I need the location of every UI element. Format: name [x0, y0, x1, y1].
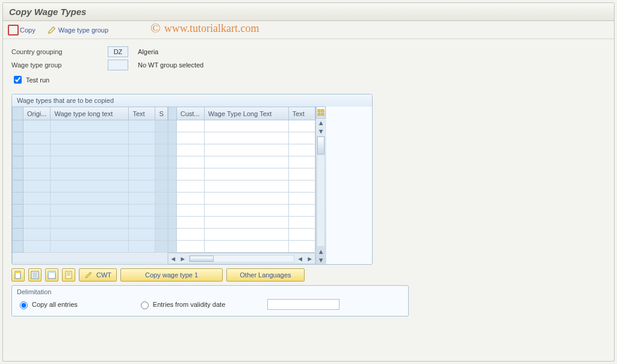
- wage-type-group-code[interactable]: [108, 60, 128, 70]
- row-selector[interactable]: [168, 180, 176, 193]
- table-row[interactable]: [13, 217, 168, 229]
- row-selector[interactable]: [168, 229, 176, 241]
- row-selector[interactable]: [13, 193, 23, 205]
- cell[interactable]: [288, 156, 315, 168]
- table-row[interactable]: [168, 193, 315, 205]
- cell[interactable]: [204, 229, 288, 241]
- cell[interactable]: [176, 120, 204, 132]
- cell[interactable]: [23, 205, 51, 217]
- table-row[interactable]: [168, 205, 315, 217]
- cell[interactable]: [204, 144, 288, 156]
- col-wage-long-text-2[interactable]: Wage Type Long Text: [204, 107, 288, 120]
- cell-s[interactable]: [155, 229, 167, 241]
- table-row[interactable]: [13, 144, 168, 156]
- cell[interactable]: [129, 205, 155, 217]
- table-row[interactable]: [168, 168, 315, 180]
- row-selector[interactable]: [13, 132, 23, 144]
- cell[interactable]: [129, 193, 155, 205]
- test-run-checkbox[interactable]: Test run: [11, 74, 606, 85]
- cell[interactable]: [176, 205, 204, 217]
- cell[interactable]: [204, 156, 288, 168]
- cell[interactable]: [204, 132, 288, 144]
- row-selector[interactable]: [168, 241, 176, 253]
- cell[interactable]: [23, 168, 51, 180]
- copy-all-entries-radio[interactable]: Copy all entries: [17, 300, 78, 309]
- grid-right[interactable]: Cust... Wage Type Long Text Text ◄ ►: [168, 106, 315, 264]
- cell-s[interactable]: [155, 132, 167, 144]
- test-run-input[interactable]: [14, 76, 22, 84]
- copy-all-entries-input[interactable]: [20, 301, 28, 309]
- country-grouping-code[interactable]: DZ: [108, 46, 128, 57]
- cell[interactable]: [129, 168, 155, 180]
- entries-from-date-radio[interactable]: Entries from validity date: [138, 300, 225, 309]
- cell[interactable]: [176, 144, 204, 156]
- cell[interactable]: [51, 180, 129, 193]
- icon-btn-1[interactable]: [11, 268, 25, 282]
- row-selector[interactable]: [168, 156, 176, 168]
- cell-s[interactable]: [155, 168, 167, 180]
- cell[interactable]: [23, 217, 51, 229]
- vscroll-down-icon[interactable]: ▼: [317, 127, 325, 135]
- cell[interactable]: [51, 120, 129, 132]
- cell[interactable]: [176, 241, 204, 253]
- grid-vscroll[interactable]: ▲ ▼ ▲ ▼: [315, 106, 326, 264]
- wage-type-group-button[interactable]: Wage type group: [48, 26, 108, 34]
- cell[interactable]: [288, 132, 315, 144]
- cell[interactable]: [51, 229, 129, 241]
- table-row[interactable]: [168, 156, 315, 168]
- cell[interactable]: [176, 180, 204, 193]
- cell-s[interactable]: [155, 156, 167, 168]
- row-selector[interactable]: [13, 241, 23, 253]
- row-selector[interactable]: [13, 205, 23, 217]
- vscroll-up-icon[interactable]: ▲: [317, 119, 325, 127]
- cell[interactable]: [176, 217, 204, 229]
- cell-s[interactable]: [155, 180, 167, 193]
- validity-date-field[interactable]: [267, 299, 340, 310]
- vscroll-up2-icon[interactable]: ▲: [317, 247, 325, 256]
- hscroll-right2-icon[interactable]: ►: [305, 254, 315, 264]
- cell[interactable]: [204, 168, 288, 180]
- grid-left[interactable]: Origi... Wage type long text Text S: [12, 106, 168, 264]
- cell[interactable]: [51, 132, 129, 144]
- table-row[interactable]: [13, 193, 168, 205]
- table-row[interactable]: [168, 229, 315, 241]
- cell[interactable]: [23, 229, 51, 241]
- cell[interactable]: [129, 132, 155, 144]
- col-origi[interactable]: Origi...: [23, 107, 51, 120]
- cell[interactable]: [176, 132, 204, 144]
- cell[interactable]: [51, 156, 129, 168]
- row-selector[interactable]: [13, 180, 23, 193]
- cell[interactable]: [176, 193, 204, 205]
- vscroll-down2-icon[interactable]: ▼: [317, 256, 325, 264]
- row-selector[interactable]: [13, 156, 23, 168]
- table-row[interactable]: [13, 241, 168, 253]
- cell[interactable]: [129, 156, 155, 168]
- table-row[interactable]: [168, 241, 315, 253]
- cell[interactable]: [204, 180, 288, 193]
- table-row[interactable]: [13, 205, 168, 217]
- row-selector[interactable]: [13, 144, 23, 156]
- grid-right-select-all[interactable]: [168, 107, 176, 120]
- cell[interactable]: [288, 193, 315, 205]
- cell[interactable]: [176, 168, 204, 180]
- entries-from-date-input[interactable]: [141, 301, 149, 309]
- row-selector[interactable]: [168, 168, 176, 180]
- col-text[interactable]: Text: [129, 107, 155, 120]
- cell-s[interactable]: [155, 241, 167, 253]
- hscroll-right-icon[interactable]: ►: [178, 254, 188, 264]
- cell[interactable]: [23, 241, 51, 253]
- hscroll-left2-icon[interactable]: ◄: [296, 254, 305, 264]
- table-row[interactable]: [168, 217, 315, 229]
- row-selector[interactable]: [168, 144, 176, 156]
- cell[interactable]: [204, 217, 288, 229]
- cell[interactable]: [129, 217, 155, 229]
- row-selector[interactable]: [13, 229, 23, 241]
- cell-s[interactable]: [155, 193, 167, 205]
- cell[interactable]: [129, 144, 155, 156]
- row-selector[interactable]: [13, 217, 23, 229]
- cell[interactable]: [51, 168, 129, 180]
- cell-s[interactable]: [155, 217, 167, 229]
- cell[interactable]: [23, 180, 51, 193]
- icon-btn-4[interactable]: [62, 268, 75, 282]
- table-row[interactable]: [13, 132, 168, 144]
